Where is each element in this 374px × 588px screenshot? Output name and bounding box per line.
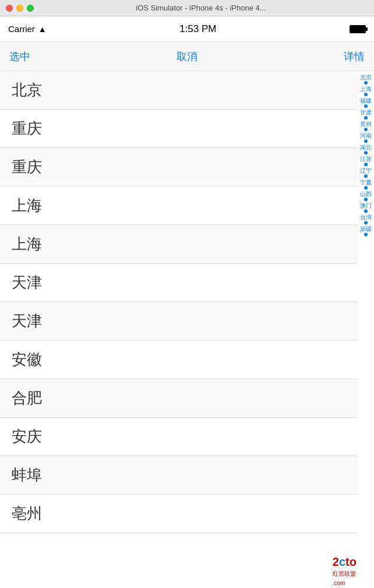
index-label: 河南	[360, 132, 372, 139]
index-item[interactable]: 江苏	[360, 156, 372, 166]
maximize-button[interactable]	[27, 5, 34, 12]
list-item-text: 天津	[12, 311, 42, 331]
window-title: iOS Simulator - iPhone 4s - iPhone 4...	[34, 4, 368, 12]
index-label: 山西	[360, 191, 372, 197]
index-label: 北京	[360, 74, 372, 80]
nav-bar: 选中 取消 详情	[0, 42, 374, 71]
list-item[interactable]: 北京	[0, 71, 358, 110]
list-item[interactable]: 天津	[0, 302, 358, 341]
list-item-text: 重庆	[12, 157, 42, 177]
index-item[interactable]: 台湾	[360, 214, 372, 225]
list-item[interactable]: 天津	[0, 264, 358, 302]
list-item-text: 安庆	[12, 426, 42, 447]
index-dot	[364, 163, 368, 166]
index-dot	[364, 198, 368, 201]
index-item[interactable]: 新疆	[360, 226, 372, 236]
index-dot	[364, 93, 368, 96]
list-item[interactable]: 安庆	[0, 418, 358, 456]
list-item-text: 亳州	[12, 503, 42, 524]
list-container: 北京重庆重庆上海上海天津天津安徽合肥安庆蚌埠亳州	[0, 71, 358, 588]
list-item[interactable]: 上海	[0, 225, 358, 264]
index-dot	[364, 209, 368, 213]
index-label: 江苏	[360, 156, 372, 162]
index-item[interactable]: 辽宁	[360, 167, 372, 178]
list-item[interactable]: 重庆	[0, 148, 358, 187]
index-label: 宁夏	[360, 179, 372, 186]
index-label: 甘肃	[360, 109, 372, 116]
index-dot	[364, 186, 368, 190]
detail-button[interactable]: 详情	[344, 47, 365, 66]
index-dot	[364, 233, 368, 236]
list-item-text: 天津	[12, 272, 42, 293]
index-label: 辽宁	[360, 167, 372, 174]
index-item[interactable]: 北京	[360, 74, 372, 85]
select-button[interactable]: 选中	[9, 47, 30, 66]
index-dot	[364, 151, 368, 155]
list-item-text: 上海	[12, 234, 42, 254]
carrier-label: Carrier	[8, 24, 35, 34]
list-item-text: 合肥	[12, 388, 42, 408]
status-bar: Carrier ▲ 1:53 PM	[0, 16, 374, 42]
index-label: 湖北	[360, 144, 372, 150]
index-item[interactable]: 宁夏	[360, 179, 372, 190]
list-item[interactable]: 蚌埠	[0, 456, 358, 495]
list-item[interactable]: 上海	[0, 187, 358, 225]
index-item[interactable]: 甘肃	[360, 109, 372, 120]
index-label: 澳门	[360, 202, 372, 209]
index-dot	[364, 139, 368, 143]
list-item[interactable]: 亳州	[0, 495, 358, 533]
list-item-text: 安徽	[12, 349, 42, 370]
index-item[interactable]: 山西	[360, 191, 372, 201]
index-dot	[364, 174, 368, 178]
battery-fill	[351, 26, 365, 32]
list-item[interactable]: 合肥	[0, 379, 358, 418]
index-label: 新疆	[360, 226, 372, 232]
index-label: 贵州	[360, 121, 372, 127]
index-item[interactable]: 湖北	[360, 144, 372, 155]
index-item[interactable]: 福建	[360, 97, 372, 108]
index-dot	[364, 104, 368, 108]
close-button[interactable]	[6, 5, 13, 12]
index-dot	[364, 81, 368, 85]
index-item[interactable]: 上海	[360, 86, 372, 96]
battery-icon	[350, 25, 366, 33]
content-area: 北京重庆重庆上海上海天津天津安徽合肥安庆蚌埠亳州 北京上海福建甘肃贵州河南湖北江…	[0, 71, 374, 588]
index-dot	[364, 128, 368, 131]
title-bar: iOS Simulator - iPhone 4s - iPhone 4...	[0, 0, 374, 16]
index-dot	[364, 221, 368, 225]
status-carrier: Carrier ▲	[8, 24, 47, 34]
index-item[interactable]: 澳门	[360, 202, 372, 213]
watermark: 2cto 红黑联盟.com	[333, 555, 357, 587]
index-dot	[364, 116, 368, 120]
index-sidebar[interactable]: 北京上海福建甘肃贵州河南湖北江苏辽宁宁夏山西澳门台湾新疆	[358, 71, 374, 588]
list-item-text: 重庆	[12, 118, 42, 139]
minimize-button[interactable]	[16, 5, 23, 12]
index-label: 福建	[360, 97, 372, 104]
index-label: 台湾	[360, 214, 372, 220]
index-item[interactable]: 贵州	[360, 121, 372, 131]
list-item[interactable]: 重庆	[0, 110, 358, 148]
status-time: 1:53 PM	[179, 23, 216, 35]
index-item[interactable]: 河南	[360, 132, 372, 143]
window-buttons	[6, 5, 34, 12]
index-label: 上海	[360, 86, 372, 92]
list-item-text: 北京	[12, 80, 42, 100]
wifi-icon: ▲	[38, 24, 47, 34]
list-item-text: 蚌埠	[12, 465, 42, 485]
cancel-button[interactable]: 取消	[177, 50, 197, 64]
list-item[interactable]: 安徽	[0, 341, 358, 379]
list-item-text: 上海	[12, 195, 42, 216]
